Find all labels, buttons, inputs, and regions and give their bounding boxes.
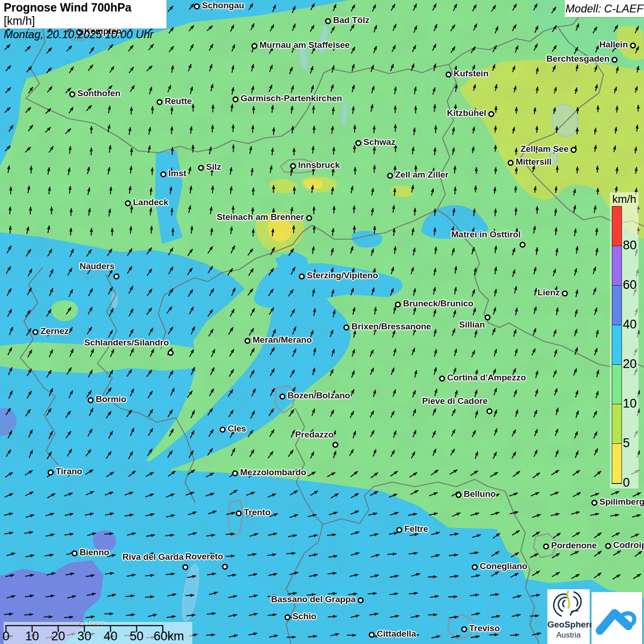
legend-color-box — [612, 365, 621, 404]
scale-tick-label: 0 — [2, 629, 9, 644]
geosphere-wordmark: GeoSphere — [547, 620, 590, 630]
model-label: Modell: C-LAEF — [565, 0, 644, 17]
legend-color-box — [612, 246, 621, 286]
legend-tick-label: 0 — [623, 476, 630, 490]
partner-logo-box — [592, 592, 642, 644]
scale-tick-label: 40 — [104, 629, 117, 644]
weather-map-stage: SchongauBad TölzKemptenMurnau am Staffel… — [0, 0, 644, 644]
legend-tick-label: 10 — [623, 397, 637, 411]
geosphere-swirl-icon — [547, 589, 590, 620]
legend-color-box — [612, 404, 621, 444]
geosphere-country: Austria — [547, 631, 590, 640]
legend-color-box — [612, 207, 621, 246]
legend-unit-label: km/h — [612, 193, 636, 206]
map-title-box: Prognose Wind 700hPa [km/h] Montag, 20.1… — [0, 0, 167, 29]
scale-tick-label: 30 — [77, 629, 91, 644]
legend-tick-label: 80 — [623, 238, 637, 253]
wind-speed-legend: km/h 806040201050 — [610, 192, 638, 489]
scale-tick-label: 50 — [130, 629, 144, 644]
legend-color-box — [612, 286, 621, 325]
legend-tick-label: 60 — [623, 278, 637, 292]
legend-colorbar — [612, 206, 622, 484]
scale-tick-label: 20 — [52, 629, 65, 644]
scale-tick-label: 60km — [154, 629, 184, 644]
geosphere-logo-box: GeoSphere Austria — [547, 589, 590, 644]
legend-tick-label: 40 — [623, 317, 637, 332]
mountain-cloud-icon — [592, 592, 642, 644]
legend-tick-label: 5 — [623, 436, 630, 450]
map-valid-time: Montag, 20.10.2025 10:00 Uhr — [4, 28, 163, 41]
legend-color-box — [612, 325, 621, 365]
terrain-shading — [0, 0, 644, 644]
wind-map-canvas — [0, 0, 644, 644]
legend-tick-label: 20 — [623, 357, 637, 371]
distance-scale-bar: 0102030405060km — [4, 622, 192, 644]
scale-tick-label: 10 — [25, 629, 39, 644]
map-title: Prognose Wind 700hPa [km/h] — [4, 1, 163, 28]
legend-color-box — [612, 444, 621, 483]
